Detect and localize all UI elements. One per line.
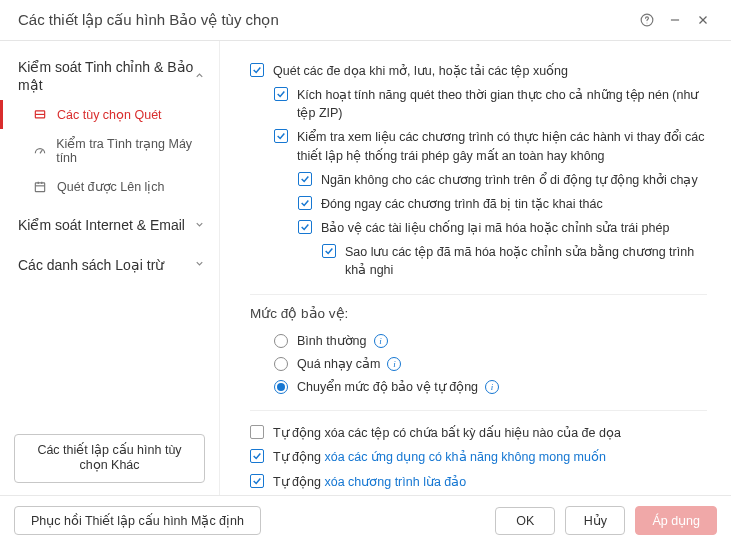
sidebar-item-label: Kiểm tra Tình trạng Máy tính bbox=[56, 136, 209, 165]
calendar-icon bbox=[31, 180, 49, 194]
checkbox-backup-encrypted[interactable]: Sao lưu các tệp đã mã hóa hoặc chỉnh sửa… bbox=[250, 240, 707, 282]
checkbox-label: Tự động xóa các tệp có chứa bất kỳ dấu h… bbox=[273, 424, 707, 442]
sidebar-item-scheduled-scans[interactable]: Quét được Lên lịch bbox=[0, 172, 219, 201]
sidebar-group-internet[interactable]: Kiểm soát Internet & Email bbox=[0, 211, 219, 241]
checkbox-label: Tự động xóa chương trình lừa đảo bbox=[273, 473, 707, 491]
checkbox-behavior-monitor[interactable]: Kiểm tra xem liệu các chương trình có th… bbox=[250, 125, 707, 167]
window-title: Các thiết lập cấu hình Bảo vệ tùy chọn bbox=[18, 11, 633, 29]
other-settings-button[interactable]: Các thiết lập cấu hình tùy chọn Khác bbox=[14, 434, 205, 483]
protection-level-heading: Mức độ bảo vệ: bbox=[250, 305, 707, 321]
minimize-icon[interactable] bbox=[661, 10, 689, 30]
checkbox-label: Kiểm tra xem liệu các chương trình có th… bbox=[297, 128, 707, 164]
checkbox-label: Tự động xóa các ứng dụng có khả năng khô… bbox=[273, 448, 707, 466]
checkbox-auto-delete-fraud[interactable]: Tự động xóa chương trình lừa đảo bbox=[250, 470, 707, 494]
radio-label: Bình thường bbox=[297, 333, 367, 348]
restore-defaults-button[interactable]: Phục hồi Thiết lập cấu hình Mặc định bbox=[14, 506, 261, 535]
sidebar-item-label: Các tùy chọn Quét bbox=[57, 107, 162, 122]
checkbox-label: Quét các đe dọa khi mở, lưu, hoặc tải cá… bbox=[273, 62, 707, 80]
checkbox-label: Đóng ngay các chương trình đã bị tin tặc… bbox=[321, 195, 707, 213]
checkbox-realtime-zip[interactable]: Kích hoạt tính năng quét theo thời gian … bbox=[250, 83, 707, 125]
checkbox-terminate-exploited[interactable]: Đóng ngay các chương trình đã bị tin tặc… bbox=[250, 192, 707, 216]
scan-icon bbox=[31, 108, 49, 122]
footer: Phục hồi Thiết lập cấu hình Mặc định OK … bbox=[0, 495, 731, 545]
sidebar-group-label: Các danh sách Loại trừ bbox=[18, 257, 194, 275]
info-icon[interactable]: i bbox=[485, 380, 499, 394]
pua-link[interactable]: xóa các ứng dụng có khả năng không mong … bbox=[324, 450, 605, 464]
help-icon[interactable] bbox=[633, 10, 661, 30]
chevron-up-icon bbox=[194, 70, 205, 84]
content-pane: Quét các đe dọa khi mở, lưu, hoặc tải cá… bbox=[220, 41, 731, 495]
sidebar-item-health-check[interactable]: Kiểm tra Tình trạng Máy tính bbox=[0, 129, 219, 172]
sidebar-item-scan-options[interactable]: Các tùy chọn Quét bbox=[0, 100, 219, 129]
titlebar: Các thiết lập cấu hình Bảo vệ tùy chọn bbox=[0, 0, 731, 41]
sidebar: Kiểm soát Tinh chỉnh & Bảo mật Các tùy c… bbox=[0, 41, 220, 495]
apply-button[interactable]: Áp dụng bbox=[635, 506, 717, 535]
checkbox-label: Sao lưu các tệp đã mã hóa hoặc chỉnh sửa… bbox=[345, 243, 707, 279]
ok-button[interactable]: OK bbox=[495, 507, 555, 535]
checkbox-block-autorun[interactable]: Ngăn không cho các chương trình trên ổ d… bbox=[250, 168, 707, 192]
radio-hypersensitive[interactable]: Quá nhạy cảm i bbox=[250, 352, 707, 375]
sidebar-group-label: Kiểm soát Internet & Email bbox=[18, 217, 194, 235]
sidebar-group-label: Kiểm soát Tinh chỉnh & Bảo mật bbox=[18, 59, 194, 94]
radio-label: Chuyển mức độ bảo vệ tự động bbox=[297, 379, 478, 394]
info-icon[interactable]: i bbox=[374, 334, 388, 348]
checkbox-label: Kích hoạt tính năng quét theo thời gian … bbox=[297, 86, 707, 122]
checkbox-auto-delete-threats[interactable]: Tự động xóa các tệp có chứa bất kỳ dấu h… bbox=[250, 421, 707, 445]
info-icon[interactable]: i bbox=[387, 357, 401, 371]
close-icon[interactable] bbox=[689, 10, 717, 30]
svg-line-7 bbox=[40, 149, 42, 153]
divider bbox=[250, 294, 707, 295]
checkbox-label: Ngăn không cho các chương trình trên ổ d… bbox=[321, 171, 707, 189]
sidebar-group-tuning[interactable]: Kiểm soát Tinh chỉnh & Bảo mật bbox=[0, 53, 219, 100]
sidebar-group-exclusions[interactable]: Các danh sách Loại trừ bbox=[0, 251, 219, 281]
checkbox-scan-on-open[interactable]: Quét các đe dọa khi mở, lưu, hoặc tải cá… bbox=[250, 59, 707, 83]
divider bbox=[250, 410, 707, 411]
checkbox-doc-protect[interactable]: Bảo vệ các tài liệu chống lại mã hóa hoặ… bbox=[250, 216, 707, 240]
checkbox-auto-delete-pua[interactable]: Tự động xóa các ứng dụng có khả năng khô… bbox=[250, 445, 707, 469]
cancel-button[interactable]: Hủy bbox=[565, 506, 625, 535]
gauge-icon bbox=[31, 144, 48, 158]
svg-point-1 bbox=[647, 22, 648, 23]
chevron-down-icon bbox=[194, 258, 205, 272]
radio-auto-level[interactable]: Chuyển mức độ bảo vệ tự động i bbox=[250, 375, 707, 398]
svg-rect-8 bbox=[35, 182, 44, 191]
fraud-link[interactable]: xóa chương trình lừa đảo bbox=[324, 475, 466, 489]
radio-normal[interactable]: Bình thường i bbox=[250, 329, 707, 352]
chevron-down-icon bbox=[194, 219, 205, 233]
radio-label: Quá nhạy cảm bbox=[297, 356, 380, 371]
sidebar-item-label: Quét được Lên lịch bbox=[57, 179, 165, 194]
checkbox-label: Bảo vệ các tài liệu chống lại mã hóa hoặ… bbox=[321, 219, 707, 237]
